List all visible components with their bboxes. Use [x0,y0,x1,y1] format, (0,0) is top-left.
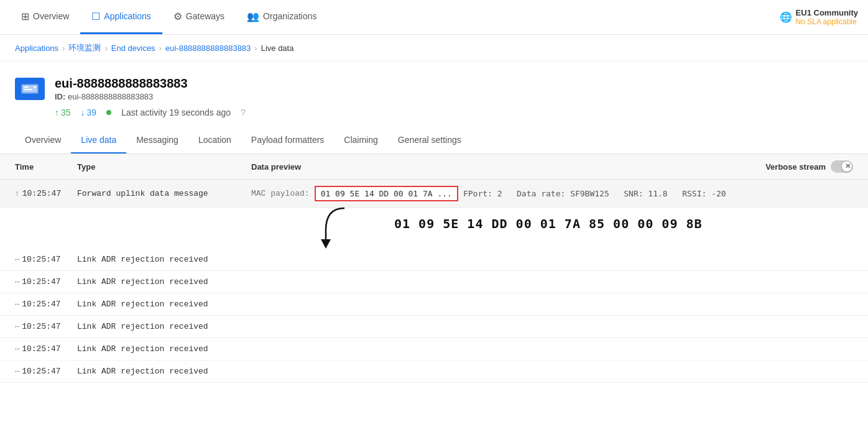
row-type-3: Link ADR rejection received [77,300,251,309]
row-type-2: Link ADR rejection received [77,277,251,286]
tab-overview[interactable]: Overview [15,127,71,154]
row-time-3: ↔ 10:25:47 [15,300,77,309]
arrow-up-icon-0: ↑ [15,189,20,198]
breadcrumb-device-id[interactable]: eui-8888888888883883 [165,44,251,53]
stat-downlink: ↓ 39 [81,108,97,117]
tab-messaging[interactable]: Messaging [126,127,188,154]
nav-overview[interactable]: ⊞ Overview [10,0,80,34]
sla-label: No SLA applicable [796,17,858,26]
arrow-lr-icon-1: ↔ [15,255,19,264]
tab-general-settings[interactable]: General settings [388,127,471,154]
row-time-0: ↑ 10:25:47 [15,189,77,198]
arrow-lr-icon-4: ↔ [15,323,19,331]
nav-gateways[interactable]: ⚙ Gateways [162,0,236,34]
mac-payload-box-0[interactable]: 01 09 5E 14 DD 00 01 7A ... [315,186,458,201]
row-time-1: ↔ 10:25:47 [15,255,77,264]
col-header-type: Type [77,162,251,172]
tab-claiming[interactable]: Claiming [334,127,387,154]
row-time-6: ↔ 10:25:47 [15,367,77,376]
device-name: eui-8888888888883883 [55,76,246,91]
mac-label-0: MAC payload: [251,189,310,198]
device-stats: ↑ 35 ↓ 39 Last activity 19 seconds ago ? [55,108,246,117]
stat-uplink: ↑ 35 [55,108,71,117]
svg-marker-5 [321,239,331,249]
verbose-stream-toggle[interactable]: ✕ [831,160,853,173]
row-time-5: ↔ 10:25:47 [15,344,77,354]
activity-text: Last activity 19 seconds ago [121,108,231,117]
applications-icon: ☐ [91,11,100,22]
verbose-stream-control: Verbose stream ✕ [765,160,853,173]
breadcrumb-end-devices[interactable]: End devices [111,44,155,53]
device-id-row: ID: eui-8888888888883883 [55,92,246,101]
row-time-4: ↔ 10:25:47 [15,322,77,331]
breadcrumb-app-name[interactable]: 环境监测 [68,42,101,53]
tab-live-data[interactable]: Live data [71,127,126,154]
breadcrumb-current: Live data [261,44,294,53]
tab-payload-formatters[interactable]: Payload formatters [241,127,335,154]
breadcrumb-sep-2: › [104,44,107,53]
row-time-2: ↔ 10:25:47 [15,277,77,286]
annotation-full-payload: 01 09 5E 14 DD 00 01 7A 85 00 00 09 8B [394,216,703,231]
row-type-4: Link ADR rejection received [77,322,251,331]
table-header: Time Type Data preview Verbose stream ✕ [0,154,868,180]
device-id-value: eui-8888888888883883 [68,92,153,101]
activity-indicator [106,110,111,115]
arrow-lr-icon-5: ↔ [15,345,19,354]
nav-applications[interactable]: ☐ Applications [80,0,162,34]
svg-rect-3 [24,89,32,90]
gateways-icon: ⚙ [173,11,182,22]
organizations-icon: 👥 [247,11,259,22]
top-nav-right: 🌐 EU1 Community No SLA applicable [780,0,858,34]
fport-info-0: FPort: 2 Data rate: SF9BW125 SNR: 11.8 R… [463,189,726,198]
nav-organizations[interactable]: 👥 Organizations [236,0,328,34]
annotation-arrow-svg [313,205,394,249]
row-type-1: Link ADR rejection received [77,255,251,264]
row-type-6: Link ADR rejection received [77,367,251,376]
verbose-stream-label: Verbose stream [765,162,826,172]
breadcrumb-sep-1: › [62,44,65,53]
sub-tabs: Overview Live data Messaging Location Pa… [0,127,868,154]
table-row-2[interactable]: ↔ 10:25:47 Link ADR rejection received [0,271,868,293]
toggle-x-icon: ✕ [845,162,851,170]
help-icon[interactable]: ? [241,108,246,117]
globe-icon: 🌐 [780,11,792,23]
row-data-0: MAC payload: 01 09 5E 14 DD 00 01 7A ...… [251,186,853,201]
col-header-data: Data preview [251,162,765,172]
table-row-6[interactable]: ↔ 10:25:47 Link ADR rejection received [0,360,868,383]
overview-icon: ⊞ [21,11,29,22]
device-header: eui-8888888888883883 ID: eui-88888888888… [0,62,868,117]
arrow-lr-icon-2: ↔ [15,278,19,286]
breadcrumb-sep-3: › [159,44,162,53]
table-row-0[interactable]: ↑ 10:25:47 Forward uplink data message M… [0,180,868,208]
table-row-1[interactable]: ↔ 10:25:47 Link ADR rejection received [0,249,868,271]
region-label: EU1 Community [796,8,858,17]
table-row-4[interactable]: ↔ 10:25:47 Link ADR rejection received [0,316,868,338]
svg-point-4 [34,86,36,88]
annotation-container: 01 09 5E 14 DD 00 01 7A 85 00 00 09 8B [0,205,868,249]
col-header-time: Time [15,162,77,172]
breadcrumb-sep-4: › [254,44,257,53]
row-type-5: Link ADR rejection received [77,344,251,354]
tab-location[interactable]: Location [188,127,241,154]
breadcrumb: Applications › 环境监测 › End devices › eui-… [0,35,868,62]
table-row-3[interactable]: ↔ 10:25:47 Link ADR rejection received [0,293,868,316]
device-info: eui-8888888888883883 ID: eui-88888888888… [55,76,246,117]
arrow-lr-icon-3: ↔ [15,300,19,309]
arrow-lr-icon-6: ↔ [15,367,19,376]
svg-rect-2 [24,86,29,88]
breadcrumb-applications[interactable]: Applications [15,44,58,53]
device-icon [15,78,45,100]
table-row-5[interactable]: ↔ 10:25:47 Link ADR rejection received [0,338,868,360]
row-type-0: Forward uplink data message [77,189,251,198]
top-nav: ⊞ Overview ☐ Applications ⚙ Gateways 👥 O… [0,0,868,35]
annotation-area: 01 09 5E 14 DD 00 01 7A 85 00 00 09 8B [313,205,853,249]
